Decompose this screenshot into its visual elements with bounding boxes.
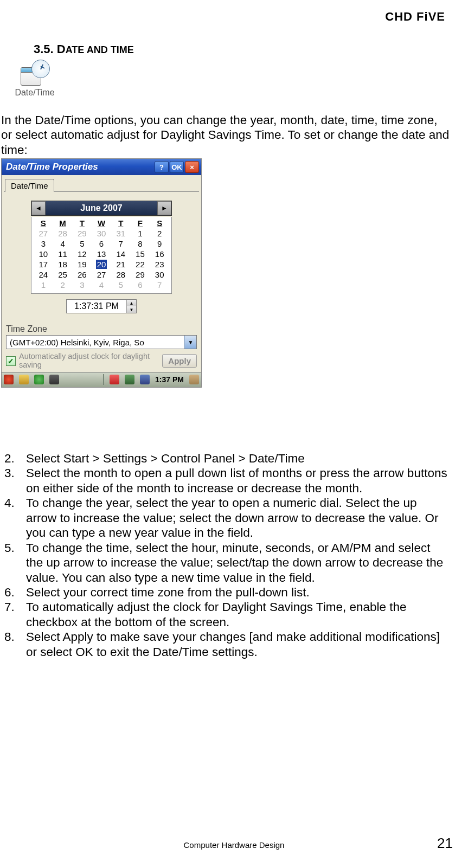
apply-button[interactable]: Apply: [162, 354, 197, 368]
start-icon[interactable]: [4, 375, 14, 384]
calendar-day[interactable]: 21: [111, 259, 131, 269]
calendar-day[interactable]: 9: [150, 239, 169, 249]
taskbar-clock[interactable]: 1:37 PM: [155, 375, 184, 384]
tray-icon-3[interactable]: [140, 375, 150, 384]
calendar-day[interactable]: 31: [111, 228, 131, 239]
calendar-day[interactable]: 6: [92, 239, 111, 249]
calendar-day[interactable]: 19: [72, 259, 92, 269]
instruction-text: Select Apply to make save your changes […: [26, 629, 450, 659]
time-spinner[interactable]: ▲ ▼: [126, 300, 136, 313]
instruction-item: 7.To automatically adjust the clock for …: [1, 600, 450, 629]
calendar-day[interactable]: 3: [72, 280, 92, 290]
ok-button[interactable]: OK: [170, 161, 184, 173]
calendar-day[interactable]: 5: [72, 239, 92, 249]
calendar-dow: F: [131, 218, 150, 228]
calendar-day[interactable]: 20: [92, 259, 111, 269]
calendar-day[interactable]: 22: [131, 259, 150, 269]
page-number: 21: [437, 835, 453, 852]
month-label[interactable]: June 2007: [46, 203, 157, 213]
time-up-icon[interactable]: ▲: [127, 300, 136, 306]
calendar-dow: S: [34, 218, 53, 228]
close-button[interactable]: ×: [185, 161, 199, 173]
calendar-day[interactable]: 4: [92, 280, 111, 290]
calendar-day[interactable]: 10: [34, 249, 53, 259]
taskbar-icon-1[interactable]: [19, 375, 29, 384]
time-value[interactable]: 1:37:31 PM: [67, 300, 126, 313]
calendar-day[interactable]: 6: [131, 280, 150, 290]
instruction-number: 2.: [1, 451, 26, 466]
calendar-day[interactable]: 18: [53, 259, 73, 269]
instruction-item: 5.To change the time, select the hour, m…: [1, 541, 450, 585]
calendar-day[interactable]: 13: [92, 249, 111, 259]
calendar-day[interactable]: 27: [34, 228, 53, 239]
calendar-day[interactable]: 28: [53, 228, 73, 239]
calendar-day[interactable]: 1: [34, 280, 53, 290]
calendar-day[interactable]: 1: [131, 228, 150, 239]
calendar-day[interactable]: 27: [92, 269, 111, 280]
next-month-button[interactable]: ►: [157, 201, 171, 215]
instruction-item: 4.To change the year, select the year to…: [1, 496, 450, 540]
dropdown-arrow-icon[interactable]: ▼: [184, 336, 196, 349]
help-button[interactable]: ?: [155, 161, 169, 173]
taskbar-icon-3[interactable]: [49, 375, 59, 384]
calendar-day[interactable]: 11: [53, 249, 73, 259]
date-time-icon-block: Date/Time: [13, 60, 56, 98]
calendar-day[interactable]: 7: [111, 239, 131, 249]
time-row: 1:37:31 PM ▲ ▼: [8, 299, 195, 313]
prev-month-button[interactable]: ◄: [31, 201, 46, 215]
section-heading: 3.5. DATE AND TIME: [34, 42, 134, 56]
tab-date-time[interactable]: Date/Time: [5, 179, 54, 192]
calendar-day[interactable]: 5: [111, 280, 131, 290]
calendar-day[interactable]: 15: [131, 249, 150, 259]
tray-icon-1[interactable]: [110, 375, 119, 384]
instruction-number: 3.: [1, 466, 26, 496]
page-footer: Computer Hardware Design 21: [0, 840, 468, 850]
footer-text: Computer Hardware Design: [184, 840, 285, 850]
calendar-day[interactable]: 25: [53, 269, 73, 280]
instruction-item: 2.Select Start > Settings > Control Pane…: [1, 451, 450, 466]
header-brand: CHD FiVE: [385, 10, 445, 24]
date-time-dialog: Date/Time Properties ? OK × Date/Time ◄ …: [1, 158, 202, 388]
calendar-day[interactable]: 7: [150, 280, 169, 290]
calendar-dow: W: [92, 218, 111, 228]
calendar-day[interactable]: 3: [34, 239, 53, 249]
instruction-item: 3.Select the month to open a pull down l…: [1, 466, 450, 496]
calendar-day[interactable]: 26: [72, 269, 92, 280]
instruction-number: 6.: [1, 585, 26, 600]
calendar-day[interactable]: 29: [72, 228, 92, 239]
instruction-item: 6.Select your correct time zone from the…: [1, 585, 450, 600]
instruction-text: To change the year, select the year to o…: [26, 496, 450, 540]
month-navigator: ◄ June 2007 ►: [31, 201, 172, 216]
calendar-day[interactable]: 2: [150, 228, 169, 239]
dialog-title-text: Date/Time Properties: [6, 162, 153, 172]
dst-checkbox[interactable]: ✓: [6, 356, 16, 366]
heading-rest: ATE AND TIME: [66, 44, 134, 55]
instruction-item: 8.Select Apply to make save your changes…: [1, 629, 450, 659]
calendar-dow: M: [53, 218, 73, 228]
time-down-icon[interactable]: ▼: [127, 306, 136, 313]
calendar-day[interactable]: 17: [34, 259, 53, 269]
timezone-select[interactable]: (GMT+02:00) Helsinki, Kyiv, Riga, So ▼: [6, 335, 197, 349]
tab-strip: Date/Time: [2, 175, 201, 191]
calendar-day[interactable]: 4: [53, 239, 73, 249]
dialog-titlebar: Date/Time Properties ? OK ×: [2, 159, 201, 175]
calendar-day[interactable]: 2: [53, 280, 73, 290]
calendar-day[interactable]: 28: [111, 269, 131, 280]
calendar-day[interactable]: 29: [131, 269, 150, 280]
calendar-day[interactable]: 8: [131, 239, 150, 249]
calendar-day[interactable]: 16: [150, 249, 169, 259]
calendar-day[interactable]: 30: [150, 269, 169, 280]
tray-icon-4[interactable]: [189, 375, 199, 384]
taskbar-icon-2[interactable]: [34, 375, 44, 384]
calendar-day[interactable]: 12: [72, 249, 92, 259]
calendar-day[interactable]: 24: [34, 269, 53, 280]
heading-prefix: 3.5. D: [34, 42, 66, 56]
timezone-label: Time Zone: [6, 324, 201, 334]
calendar-day[interactable]: 23: [150, 259, 169, 269]
calendar-day[interactable]: 30: [92, 228, 111, 239]
dialog-body: ◄ June 2007 ► SMTWTFS2728293031123456789…: [4, 191, 199, 320]
date-time-icon: [20, 60, 50, 87]
calendar-day[interactable]: 14: [111, 249, 131, 259]
tray-icon-2[interactable]: [125, 375, 134, 384]
time-field[interactable]: 1:37:31 PM ▲ ▼: [66, 299, 137, 313]
